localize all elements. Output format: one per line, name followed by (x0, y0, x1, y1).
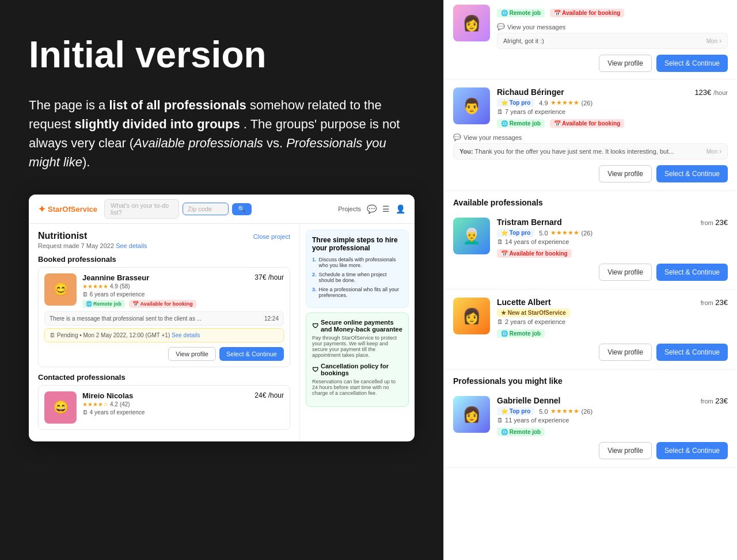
richaud-badges: 🌐 Remote job 📅 Available for booking (497, 117, 728, 128)
top-select-continue-button[interactable]: Select & Continue (656, 55, 728, 72)
lucette-exp: 🗓 2 years of experience (497, 318, 728, 325)
lucette-remote-badge: 🌐 Remote job (497, 329, 545, 338)
lucette-price: from 23€ (701, 298, 728, 307)
pro1-price: 37€ /hour (254, 273, 284, 282)
close-project-button[interactable]: Close project (253, 233, 290, 240)
lucette-select-continue-button[interactable]: Select & Continue (656, 344, 728, 361)
projects-nav[interactable]: Projects (338, 205, 361, 212)
tristram-card-top: 👨‍🦳 Tristram Bernard from 23€ ⭐ Top pro … (453, 218, 728, 258)
search-button[interactable]: 🔍 (232, 203, 252, 215)
gabrielle-select-continue-button[interactable]: Select & Continue (656, 442, 728, 459)
richaud-avatar: 👨 (453, 87, 490, 124)
pro2-avatar: 😄 (44, 391, 77, 424)
rating-stars: ★★★★★ (82, 283, 108, 289)
pro2-rating: ★★★★☆ 4.2 (42) (82, 401, 284, 407)
pro1-rating: ★★★★★ 4.9 (58) (82, 283, 284, 289)
mockup-nav: Projects 💬 ☰ 👤 (338, 204, 405, 214)
richaud-msg-label: 💬 View your messages (453, 134, 728, 141)
mockup-header: ✦ StarOfService What's on your to-do lis… (29, 195, 415, 224)
lucette-view-profile-button[interactable]: View profile (599, 344, 652, 361)
pro1-avatar: 😊 (44, 273, 77, 306)
left-panel: Initial version The page is a list of al… (0, 0, 443, 560)
pro1-select-continue-button[interactable]: Select & Continue (219, 347, 284, 361)
gabrielle-card-top: 👩 Gabrielle Dennel from 23€ ⭐ Top pro 5.… (453, 396, 728, 436)
top-view-profile-button[interactable]: View profile (599, 55, 652, 72)
tristram-toppro-badge: ⭐ Top pro (497, 228, 534, 237)
lucette-rating: ★ New at StarOfService (497, 308, 728, 317)
search-input[interactable]: What's on your to-do list? (104, 199, 179, 219)
richaud-view-profile-button[interactable]: View profile (599, 165, 652, 182)
pro1-message-box: There is a message that professional sen… (44, 311, 284, 326)
richaud-msg-section: 💬 View your messages You: Thank you for … (453, 134, 728, 159)
tristram-avatar: 👨‍🦳 (453, 218, 490, 254)
richaud-remote-badge: 🌐 Remote job (497, 119, 545, 128)
mockup-side: Three simple steps to hire your professi… (299, 224, 415, 441)
messages-icon[interactable]: 💬 (367, 204, 377, 214)
top-avatar: 👩 (453, 5, 490, 41)
page-description: The page is a list of all professionals … (29, 96, 415, 172)
gabrielle-avatar: 👩 (453, 396, 490, 433)
step3-num: 3. (312, 287, 317, 298)
top-msg-row: Alright, got it :) Mon › (497, 33, 728, 49)
top-msg-section: 💬 View your messages Alright, got it :) … (497, 23, 728, 49)
pro1-exp: 🗓 6 years of experience (82, 291, 284, 298)
gabrielle-name: Gabrielle Dennel (497, 396, 560, 405)
gabrielle-remote-badge: 🌐 Remote job (497, 428, 545, 436)
richaud-toppro-badge: ⭐ Top pro (497, 98, 534, 107)
zip-input[interactable]: Zip code (183, 203, 229, 215)
booked-section-title: Booked professionals (38, 255, 290, 264)
project-meta: Request made 7 May 2022 See details (38, 242, 290, 249)
secure-box: 🛡 Secure online payments and Money-back … (306, 313, 409, 407)
might-like-section-header: Professionals you might like (444, 369, 737, 388)
richaud-price: 123€ /hour (694, 88, 728, 97)
mockup-search-bar: What's on your to-do list? Zip code 🔍 (104, 199, 331, 219)
see-details-link[interactable]: See details (116, 242, 147, 249)
pro1-info: Jeannine Brasseur 37€ /hour ★★★★★ 4.9 (5… (82, 273, 284, 308)
pro2-name: Mireio Nicolas (82, 391, 133, 400)
top-strip-info: 🌐 Remote job 📅 Available for booking 💬 V… (497, 5, 728, 72)
richaud-select-continue-button[interactable]: Select & Continue (656, 165, 728, 182)
cancel-title: 🛡 Cancellation policy for bookings (312, 363, 402, 376)
star-icon: ✦ (38, 204, 45, 215)
tristram-booking-badge: 📅 Available for booking (497, 249, 572, 258)
step-1: 1. Discuss details with professionals wh… (312, 257, 402, 268)
project-title: Nutritionist (38, 231, 87, 241)
pro-card-top: 😊 Jeannine Brasseur 37€ /hour ★★★★★ 4.9 … (44, 273, 284, 308)
pro2-price: 24€ /hour (254, 391, 284, 400)
richaud-info: Richaud Béringer 123€ /hour ⭐ Top pro 4.… (497, 87, 728, 128)
user-icon[interactable]: 👤 (396, 204, 405, 214)
tristram-info: Tristram Bernard from 23€ ⭐ Top pro 5.0 … (497, 218, 728, 258)
steps-box: Three simple steps to hire your professi… (306, 230, 409, 308)
pro1-pending-box: 🗓 Pending • Mon 2 May 2022, 12:00 (GMT +… (44, 328, 284, 342)
right-panel: 👩 🌐 Remote job 📅 Available for booking 💬… (443, 0, 737, 560)
menu-icon[interactable]: ☰ (382, 204, 390, 214)
pro1-view-profile-button[interactable]: View profile (168, 347, 216, 361)
top-msg-label: 💬 View your messages (497, 23, 728, 31)
secure-text: Pay through StarOfService to protect you… (312, 335, 402, 358)
mockup-logo: ✦ StarOfService (38, 204, 97, 215)
lucette-info: Lucette Albert from 23€ ★ New at StarOfS… (497, 298, 728, 338)
tristram-view-profile-button[interactable]: View profile (599, 264, 652, 281)
gabrielle-view-profile-button[interactable]: View profile (599, 442, 652, 459)
gabrielle-price: from 23€ (701, 397, 728, 405)
gabrielle-exp: 🗓 11 years of experience (497, 417, 728, 424)
booked-pro-card: 😊 Jeannine Brasseur 37€ /hour ★★★★★ 4.9 … (38, 267, 290, 367)
contacted-pro-card: 😄 Mireio Nicolas 24€ /hour ★★★★☆ 4.2 (42… (38, 385, 290, 430)
richaud-exp: 🗓 7 years of experience (497, 108, 728, 115)
lucette-new-badge: ★ New at StarOfService (497, 308, 570, 317)
lucette-name: Lucette Albert (497, 298, 551, 307)
tristram-name: Tristram Bernard (497, 218, 562, 227)
gabrielle-info: Gabrielle Dennel from 23€ ⭐ Top pro 5.0 … (497, 396, 728, 436)
page-title: Initial version (29, 35, 415, 75)
pro1-name: Jeannine Brasseur (82, 273, 149, 282)
tristram-price: from 23€ (701, 218, 728, 227)
top-card-strip: 👩 🌐 Remote job 📅 Available for booking 💬… (444, 0, 737, 79)
tristram-select-continue-button[interactable]: Select & Continue (656, 264, 728, 281)
lucette-avatar: 👩 (453, 298, 490, 334)
top-badges: 🌐 Remote job 📅 Available for booking (497, 7, 728, 17)
pending-see-details[interactable]: See details (172, 332, 200, 338)
pro2-exp: 🗓 4 years of experience (82, 409, 284, 416)
gabrielle-actions: View profile Select & Continue (453, 442, 728, 459)
richaud-booking-badge: 📅 Available for booking (550, 119, 625, 128)
lucette-card: 👩 Lucette Albert from 23€ ★ New at StarO… (444, 289, 737, 369)
